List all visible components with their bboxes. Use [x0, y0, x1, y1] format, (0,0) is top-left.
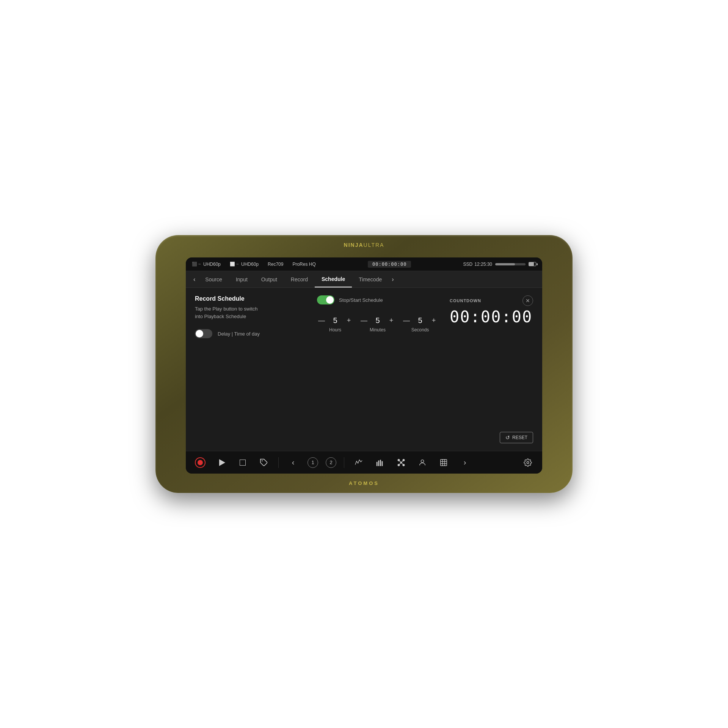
content-middle: Stop/Start Schedule — 5 + Hours	[317, 295, 438, 443]
schedule-toggle-label: Stop/Start Schedule	[339, 297, 383, 303]
svg-rect-13	[441, 459, 447, 466]
content-left: Record Schedule Tap the Play button to s…	[195, 295, 306, 443]
seconds-decrement[interactable]: —	[402, 316, 411, 325]
color-profile: Rec709	[268, 262, 283, 267]
delay-toggle-row: Delay | Time of day	[195, 329, 306, 338]
reset-icon: ↺	[505, 435, 510, 441]
screen: ⬛→ UHD60p ⬜→ UHD60p Rec709 ProRes HQ 00:…	[186, 257, 542, 474]
minutes-increment[interactable]: +	[387, 316, 396, 325]
menu-item-2[interactable]: 2	[326, 457, 336, 468]
output-resolution: UHD60p	[241, 262, 259, 267]
stop-square	[240, 460, 246, 466]
storage-bar	[495, 263, 526, 265]
brand-ultra: ULTRA	[364, 242, 384, 248]
svg-point-8	[403, 459, 405, 461]
status-bar: ⬛→ UHD60p ⬜→ UHD60p Rec709 ProRes HQ 00:…	[186, 257, 542, 271]
minutes-value: 5	[373, 316, 382, 325]
svg-point-18	[527, 461, 529, 464]
tab-source[interactable]: Source	[198, 271, 229, 287]
person-icon[interactable]	[416, 456, 429, 469]
output-status: ⬜→ UHD60p	[230, 262, 259, 267]
timecode-display: 00:00:00:00	[368, 261, 411, 268]
settings-button[interactable]	[521, 456, 535, 469]
brand-label-top: NINJAULTRA	[344, 242, 384, 248]
seconds-controls: — 5 +	[402, 316, 438, 325]
countdown-label: COUNTDOWN	[450, 298, 481, 303]
record-button[interactable]	[193, 456, 207, 469]
nav-forward-arrow[interactable]: ›	[389, 276, 397, 283]
separator-2	[344, 457, 344, 468]
nav-back-arrow[interactable]: ‹	[190, 276, 198, 283]
schedule-toggle-section: Stop/Start Schedule	[317, 295, 383, 304]
input-icon: ⬛→	[192, 262, 201, 267]
tab-input[interactable]: Input	[229, 271, 254, 287]
output-icon: ⬜→	[230, 262, 239, 267]
input-status: ⬛→ UHD60p	[192, 262, 221, 267]
minutes-controls: — 5 +	[359, 316, 396, 325]
countdown-header: COUNTDOWN ✕	[450, 295, 533, 306]
input-resolution: UHD60p	[203, 262, 221, 267]
delay-toggle[interactable]	[195, 329, 212, 338]
toolbar-back-nav[interactable]: ‹	[286, 456, 300, 469]
network-icon[interactable]	[394, 456, 408, 469]
hours-unit: — 5 + Hours	[317, 316, 353, 333]
tab-output[interactable]: Output	[254, 271, 284, 287]
hours-label: Hours	[329, 327, 341, 333]
nav-tabs: ‹ Source Input Output Record Schedule Ti…	[186, 271, 542, 288]
hours-decrement[interactable]: —	[317, 316, 326, 325]
storage-bar-fill	[495, 263, 515, 265]
svg-point-7	[398, 459, 400, 461]
svg-point-11	[400, 462, 402, 463]
tab-record[interactable]: Record	[284, 271, 315, 287]
brand-ninja: NINJA	[344, 242, 364, 248]
screen-bezel: ⬛→ UHD60p ⬜→ UHD60p Rec709 ProRes HQ 00:…	[186, 257, 542, 474]
schedule-toggle[interactable]	[317, 295, 334, 304]
menu-item-1[interactable]: 1	[308, 457, 318, 468]
main-content: Record Schedule Tap the Play button to s…	[186, 288, 542, 451]
battery-fill	[529, 262, 534, 266]
svg-point-0	[262, 460, 263, 461]
tab-schedule[interactable]: Schedule	[315, 271, 352, 287]
hatch-icon[interactable]	[437, 456, 450, 469]
toolbar: ‹ 1 2	[186, 451, 542, 474]
device-body: NINJAULTRA ⬛→ UHD60p ⬜→ UHD60p Rec709 Pr…	[155, 235, 573, 493]
section-description: Tap the Play button to switch into Playb…	[195, 305, 306, 320]
hours-value: 5	[331, 316, 340, 325]
minutes-label: Minutes	[370, 327, 386, 333]
waveform-icon[interactable]	[352, 456, 366, 469]
stop-button[interactable]	[236, 456, 249, 469]
delay-toggle-knob	[196, 330, 203, 337]
storage-label: SSD 12:25:30	[463, 262, 492, 267]
reset-button[interactable]: ↺ RESET	[500, 432, 533, 443]
delay-toggle-label: Delay | Time of day	[218, 331, 260, 337]
separator-1	[278, 457, 279, 468]
svg-point-9	[398, 464, 400, 466]
minutes-unit: — 5 + Minutes	[359, 316, 396, 333]
svg-rect-4	[382, 461, 383, 466]
minutes-decrement[interactable]: —	[359, 316, 369, 325]
battery-area: SSD 12:25:30	[463, 262, 536, 267]
toolbar-forward-nav[interactable]: ›	[458, 456, 472, 469]
codec-label: ProRes HQ	[292, 262, 315, 267]
play-button[interactable]	[215, 456, 228, 469]
tag-button[interactable]	[257, 456, 271, 469]
tab-timecode[interactable]: Timecode	[352, 271, 389, 287]
close-button[interactable]: ✕	[522, 295, 533, 306]
svg-rect-3	[380, 460, 381, 466]
seconds-increment[interactable]: +	[429, 316, 438, 325]
record-circle	[195, 457, 206, 468]
brand-label-bottom: ATOMOS	[349, 480, 379, 486]
tag-icon	[260, 458, 268, 467]
svg-rect-1	[377, 462, 378, 466]
schedule-toggle-knob	[326, 296, 334, 304]
seconds-unit: — 5 + Seconds	[402, 316, 438, 333]
content-right: COUNTDOWN ✕ 00:00:00 ↺ RESET	[450, 295, 533, 443]
time-controls: — 5 + Hours — 5 +	[317, 316, 438, 333]
bars-icon[interactable]	[373, 456, 387, 469]
reset-label: RESET	[512, 435, 527, 440]
svg-point-12	[421, 460, 424, 462]
seconds-value: 5	[416, 316, 425, 325]
section-title: Record Schedule	[195, 295, 306, 302]
countdown-display: 00:00:00	[450, 308, 532, 326]
hours-increment[interactable]: +	[344, 316, 353, 325]
